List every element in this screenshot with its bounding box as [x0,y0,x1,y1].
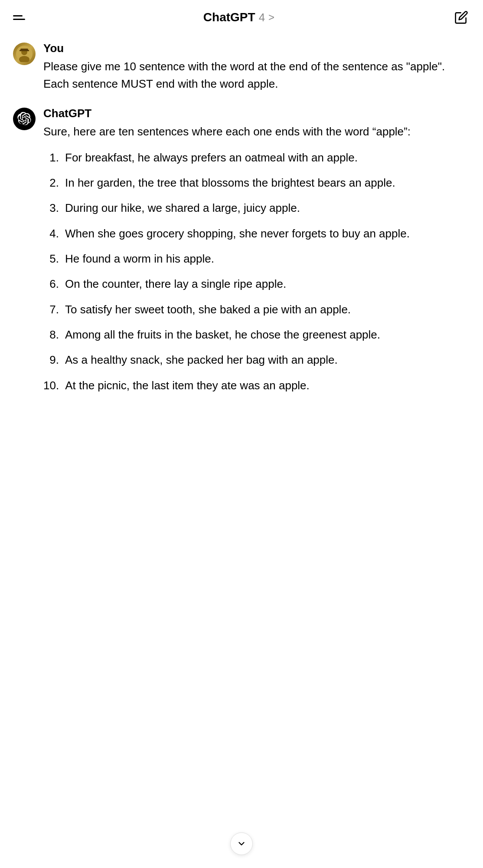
list-item-text: On the counter, there lay a single ripe … [65,275,470,293]
chatgpt-avatar [13,108,36,130]
scroll-down-button[interactable] [230,832,253,855]
list-item-number: 9. [43,351,59,368]
list-item-number: 3. [43,199,59,217]
chatgpt-sender-label: ChatGPT [43,107,470,120]
list-item: 6. On the counter, there lay a single ri… [43,275,470,293]
list-item-text: At the picnic, the last item they ate wa… [65,377,470,394]
app-title: ChatGPT [203,10,255,24]
user-message: You Please give me 10 sentence with the … [13,42,470,93]
chevron-right-icon: > [268,11,274,23]
user-avatar [13,43,36,65]
list-item: 2. In her garden, the tree that blossoms… [43,174,470,191]
list-item-text: During our hike, we shared a large, juic… [65,199,470,217]
sentence-list: 1. For breakfast, he always prefers an o… [43,149,470,394]
user-message-content: You Please give me 10 sentence with the … [43,42,470,93]
chatgpt-intro-text: Sure, here are ten sentences where each … [43,123,470,140]
menu-button[interactable] [13,15,25,20]
list-item-number: 5. [43,250,59,267]
svg-rect-4 [20,50,29,51]
user-sender-label: You [43,42,470,55]
chatgpt-message-content: ChatGPT Sure, here are ten sentences whe… [43,107,470,402]
list-item: 9. As a healthy snack, she packed her ba… [43,351,470,368]
list-item-text: Among all the fruits in the basket, he c… [65,326,470,343]
edit-button[interactable] [453,9,470,26]
list-item-number: 10. [43,377,59,394]
list-item: 5. He found a worm in his apple. [43,250,470,267]
list-item: 1. For breakfast, he always prefers an o… [43,149,470,166]
list-item-text: As a healthy snack, she packed her bag w… [65,351,470,368]
chat-container: You Please give me 10 sentence with the … [0,33,483,450]
list-item: 4. When she goes grocery shopping, she n… [43,225,470,242]
list-item-number: 4. [43,225,59,242]
list-item-text: To satisfy her sweet tooth, she baked a … [65,301,470,318]
list-item-text: When she goes grocery shopping, she neve… [65,225,470,242]
list-item-text: He found a worm in his apple. [65,250,470,267]
list-item-number: 2. [43,174,59,191]
list-item-number: 8. [43,326,59,343]
user-message-text: Please give me 10 sentence with the word… [43,58,470,93]
list-item-text: In her garden, the tree that blossoms th… [65,174,470,191]
list-item: 3. During our hike, we shared a large, j… [43,199,470,217]
header-title-area: ChatGPT 4 > [203,10,274,24]
list-item: 7. To satisfy her sweet tooth, she baked… [43,301,470,318]
app-header: ChatGPT 4 > [0,0,483,33]
list-item-text: For breakfast, he always prefers an oatm… [65,149,470,166]
list-item: 8. Among all the fruits in the basket, h… [43,326,470,343]
app-version: 4 [259,11,265,24]
list-item: 10. At the picnic, the last item they at… [43,377,470,394]
list-item-number: 1. [43,149,59,166]
list-item-number: 7. [43,301,59,318]
list-item-number: 6. [43,275,59,293]
chatgpt-message: ChatGPT Sure, here are ten sentences whe… [13,107,470,402]
